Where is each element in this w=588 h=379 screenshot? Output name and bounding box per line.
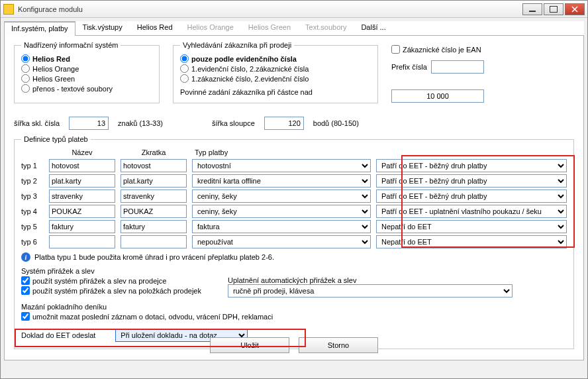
typ2-nazev[interactable]	[49, 174, 115, 188]
window-title: Konfigurace modulu	[18, 5, 522, 13]
typ5-nazev[interactable]	[49, 220, 115, 233]
group-customer-search: Vyhledávání zákazníka při prodeji pouze …	[173, 41, 378, 103]
typ5-zkr[interactable]	[121, 220, 187, 233]
tab-text-soubory[interactable]: Text.soubory	[298, 21, 354, 35]
customer-search-legend: Vyhledávání zákazníka při prodeji	[180, 41, 294, 49]
radio-helios-red[interactable]: Helios Red	[21, 54, 152, 63]
close-button[interactable]	[565, 3, 585, 15]
maximize-button[interactable]	[544, 3, 564, 15]
radio-helios-green[interactable]: Helios Green	[21, 74, 152, 83]
typ3-eet[interactable]: Patří do EET - běžný druh platby	[376, 190, 567, 203]
typ3-zkr[interactable]	[121, 190, 187, 203]
typ2-label: typ 2	[21, 177, 44, 185]
group-payments: Definice typů plateb Název Zkratka Typ p…	[14, 135, 574, 349]
tab-helios-red[interactable]: Helios Red	[130, 21, 180, 35]
payments-note: Platba typu 1 bude použita kromě úhrad i…	[34, 253, 274, 261]
col-width-suffix: bodů (80-150)	[313, 119, 359, 127]
typ5-eet[interactable]: Nepatří do EET	[376, 220, 567, 233]
radio-helios-orange[interactable]: Helios Orange	[21, 64, 152, 73]
check-surcharge-seller[interactable]: použít systém přirážek a slev na prodejc…	[21, 276, 201, 285]
check-journal[interactable]: umožnit mazat poslední záznam o dotaci, …	[21, 312, 567, 321]
typ4-typ[interactable]: ceniny, šeky	[192, 205, 371, 218]
hdr-typ: Typ platby	[192, 148, 371, 156]
surcharge-title: Systém přirážek a slev	[21, 267, 567, 275]
surcharge-auto-label: Uplatnění automatických přirážek a slev	[228, 276, 567, 284]
typ4-label: typ 4	[21, 207, 44, 215]
typ2-eet[interactable]: Patří do EET - běžný druh platby	[376, 174, 567, 188]
check-ean[interactable]: Zákaznické číslo je EAN	[391, 45, 574, 54]
tab-inf-system[interactable]: Inf.systém, platby	[4, 21, 75, 36]
group-supervisor-system: Nadřízený informační systém Helios Red H…	[14, 41, 160, 103]
mandatory-customer-label: Povinné zadání zákazníka při částce nad	[180, 88, 371, 96]
typ4-eet[interactable]: Patří do EET - uplatnění vlastního pouka…	[376, 205, 567, 218]
cancel-button[interactable]: Storno	[299, 337, 378, 353]
close-icon	[571, 6, 578, 13]
col-width-input[interactable]	[264, 117, 304, 130]
typ1-eet[interactable]: Patří do EET - běžný druh platby	[376, 159, 567, 172]
prefix-label: Prefix čísla	[391, 63, 427, 71]
radio-search-opt1[interactable]: pouze podle evidenčního čísla	[180, 54, 371, 63]
typ4-nazev[interactable]	[49, 205, 115, 218]
app-icon	[3, 4, 14, 15]
minimize-button[interactable]	[522, 3, 542, 15]
radio-prenos[interactable]: přenos - textové soubory	[21, 84, 152, 93]
radio-search-opt3[interactable]: 1.zákaznické číslo, 2.evidenční číslo	[180, 74, 371, 83]
skl-width-label: šířka skl. čísla	[14, 119, 60, 127]
typ1-label: typ 1	[21, 162, 44, 170]
skl-width-input[interactable]	[69, 117, 109, 130]
radio-search-opt2[interactable]: 1.evidenční číslo, 2.zákaznické čísla	[180, 64, 371, 73]
typ1-zkr[interactable]	[121, 159, 187, 172]
mandatory-amount-input[interactable]	[391, 89, 484, 103]
typ3-nazev[interactable]	[49, 190, 115, 203]
hdr-zkr: Zkratka	[121, 148, 187, 156]
tab-helios-orange[interactable]: Helios Orange	[180, 21, 241, 35]
tab-strip: Inf.systém, platby Tisk.výstupy Helios R…	[4, 21, 584, 36]
typ1-typ[interactable]: hotovostní	[192, 159, 371, 172]
typ3-typ[interactable]: ceniny, šeky	[192, 190, 371, 203]
check-surcharge-items[interactable]: použít systém přirážek a slev na položká…	[21, 286, 201, 295]
typ3-label: typ 3	[21, 192, 44, 200]
payments-legend: Definice typů plateb	[21, 135, 91, 143]
typ4-zkr[interactable]	[121, 205, 187, 218]
typ6-label: typ 6	[21, 238, 44, 246]
surcharge-auto-select[interactable]: ručně při prodeji, klávesa	[228, 284, 513, 298]
supervisor-legend: Nadřízený informační systém	[21, 41, 121, 49]
typ5-label: typ 5	[21, 223, 44, 231]
typ1-nazev[interactable]	[49, 159, 115, 172]
typ6-eet[interactable]: Nepatří do EET	[376, 235, 567, 248]
tab-dalsi[interactable]: Další ...	[354, 21, 393, 35]
typ2-typ[interactable]: kreditní karta offline	[192, 174, 371, 188]
info-icon: i	[21, 252, 30, 262]
hdr-nazev: Název	[49, 148, 115, 156]
tab-tisk[interactable]: Tisk.výstupy	[75, 21, 130, 35]
save-button[interactable]: Uložit	[210, 337, 289, 353]
typ6-typ[interactable]: nepoužívat	[192, 235, 371, 248]
typ5-typ[interactable]: faktura	[192, 220, 371, 233]
tab-helios-green[interactable]: Helios Green	[241, 21, 298, 35]
col-width-label: šířka sloupce	[212, 119, 255, 127]
journal-title: Mazání pokladního deníku	[21, 303, 567, 311]
typ6-zkr[interactable]	[121, 235, 187, 248]
typ2-zkr[interactable]	[121, 174, 187, 188]
skl-width-suffix: znaků (13-33)	[118, 119, 163, 127]
typ6-nazev[interactable]	[49, 235, 115, 248]
prefix-input[interactable]	[431, 60, 484, 74]
